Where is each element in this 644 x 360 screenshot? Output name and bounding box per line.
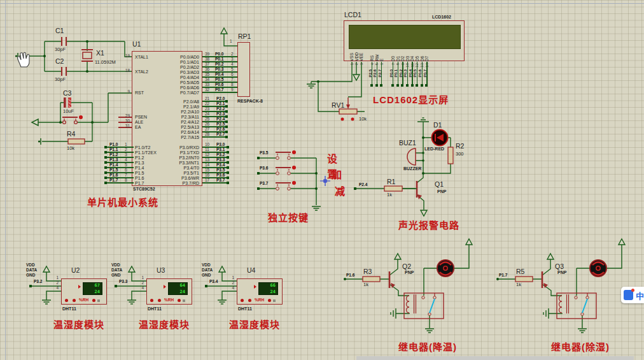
humidity-value: 66 [270, 283, 276, 288]
lcd-pin-column[interactable]: D512P0.5 [415, 38, 420, 89]
net-label: P0.0 [389, 69, 393, 77]
rp1-ref[interactable]: RP1 [238, 33, 251, 41]
relay-circuit-labels: P1.6 R3 1k Q2 PNP 继电器(降温) [344, 236, 496, 360]
pin-number: 23 [205, 106, 209, 111]
lcd-pin-column[interactable]: D411P0.4 [410, 38, 415, 89]
lcd-pin-column[interactable]: VEE3 [359, 38, 364, 89]
pin-number: 4 [125, 157, 127, 162]
net-label: P0.2 [215, 62, 223, 66]
net-label: P3.5 [216, 168, 225, 172]
dht-ref[interactable]: U4 [247, 266, 255, 274]
mcu-wiring[interactable] [19, 40, 132, 141]
pin-name: P0.6/AD6 [180, 85, 199, 90]
r2-ref[interactable]: R2 [456, 143, 464, 150]
led-d1[interactable] [432, 130, 448, 146]
relay-caption: 继电器(除湿) [551, 340, 610, 353]
buz1-part: BUZZER [403, 166, 421, 171]
pin-number: 13 [205, 157, 209, 162]
chip-u1[interactable]: 19XTAL1 18XTAL2 9RST 29PSEN30ALE31EA P1.… [132, 51, 202, 186]
rp1-pin1-number: 1 [230, 39, 232, 43]
pin-number: 25 [205, 117, 209, 121]
lcd-pin-column[interactable]: D18P0.1 [396, 38, 401, 89]
pin-number: 9 [117, 89, 130, 94]
pin-number: 18 [117, 68, 130, 73]
rh-label: %RH [164, 298, 174, 302]
keys-caption: 独立按键 [268, 213, 309, 224]
crystal-x1[interactable] [81, 50, 93, 61]
lcd-pin-column[interactable]: D29P0.2 [400, 38, 405, 89]
transistor-ref[interactable]: Q3 [555, 263, 564, 270]
dht11-module[interactable]: U4 VDDDATAGND 124 6624 %RH DHT11 P3.4 温湿… [199, 261, 294, 331]
net-label: P3.7 [216, 178, 225, 182]
capacitor-c1[interactable] [62, 37, 66, 46]
c1-ref[interactable]: C1 [55, 27, 64, 35]
pin-number: 34 [205, 77, 209, 82]
lcd-pin-column[interactable]: RS4P2.5 [370, 38, 375, 89]
pin-name: P0.2/AD2 [180, 65, 199, 69]
lcd-pin-column[interactable]: VDD2 [354, 38, 360, 89]
lcd-pin-column[interactable]: RW5P2.6 [375, 38, 380, 89]
q1-ref[interactable]: Q1 [435, 181, 444, 189]
lcd-pin-column[interactable]: E6P2.7 [379, 38, 384, 89]
resistor-r4[interactable] [68, 139, 85, 144]
lcd-ref[interactable]: LCD1 [344, 11, 361, 19]
buzzer-buz1[interactable] [407, 148, 416, 165]
dht-ref[interactable]: U2 [71, 266, 80, 274]
r4-ref[interactable]: R4 [67, 131, 75, 138]
pin-name: E [379, 59, 384, 61]
ime-indicator[interactable]: 中 [621, 287, 644, 303]
d1-ref[interactable]: D1 [433, 122, 442, 129]
net-label: P1.4 [109, 162, 118, 167]
cursor-arrow-icon [164, 285, 166, 289]
pin-name: P3.6/WR [181, 176, 199, 180]
reset-button[interactable] [62, 115, 83, 124]
pin-number: 28 [205, 132, 209, 136]
rp1-wiring[interactable] [221, 28, 237, 46]
capacitor-c3[interactable] [64, 97, 71, 108]
terminal-pins[interactable] [15, 53, 41, 145]
r1-ref[interactable]: R1 [387, 178, 395, 186]
rp-pin-number: 2 [231, 52, 234, 56]
lcd-pin-column[interactable]: D714P0.7 [424, 38, 430, 89]
pin-number: 14 [205, 162, 209, 167]
key-net-labels[interactable]: P3.5P3.6P3.7 [260, 150, 268, 196]
pin-name: P3.2/INT0 [179, 155, 199, 160]
lcd-pin-column[interactable]: D613P0.6 [420, 38, 425, 89]
lcd-ctrl-pins[interactable]: RS4P2.5RW5P2.6E6P2.7 [370, 38, 384, 89]
rp-pin-number: 9 [231, 87, 234, 92]
pin-name: D6 [420, 56, 424, 61]
push-buttons[interactable] [276, 150, 296, 190]
pin-number: 24 [205, 112, 209, 116]
pin-number: 32 [205, 87, 209, 92]
pin-number: 29 [117, 113, 130, 118]
dht-display: 6424 [168, 282, 188, 295]
dht-ref[interactable]: U3 [157, 266, 165, 274]
dht-caption: 温湿度模块 [53, 317, 104, 331]
transistor-ref[interactable]: Q2 [402, 263, 411, 270]
lcd-pin-column[interactable]: D310P0.3 [405, 38, 410, 89]
c2-ref[interactable]: C2 [55, 58, 64, 66]
lcd-data-pins[interactable]: D07P0.0D18P0.1D29P0.2D310P0.3D411P0.4D51… [391, 38, 430, 89]
dht11-module[interactable]: U3 VDDDATAGND 124 6424 %RH DHT11 P3.3 温湿… [108, 261, 204, 331]
c3-ref[interactable]: C3 [63, 90, 71, 97]
respack-rp1[interactable] [237, 42, 250, 97]
lcd-pin-column[interactable]: VSS1 [349, 38, 354, 89]
lcd-power-pins[interactable]: VSS1VDD2VEE3 [349, 38, 364, 89]
lcd-pin-column[interactable]: D07P0.0 [391, 38, 396, 89]
transistor-q1[interactable] [402, 181, 422, 199]
capacitor-c2[interactable] [62, 67, 66, 76]
resistor-ref[interactable]: R3 [363, 268, 372, 275]
schematic-canvas[interactable]: C1 30pF C2 30pF X1 11.0592M C3 10uF R4 1… [0, 0, 644, 360]
resistor-r1[interactable] [384, 186, 402, 191]
ime-dict-icon[interactable] [624, 290, 633, 300]
pin-number: 19 [117, 54, 130, 58]
resistor-ref[interactable]: R5 [516, 268, 524, 275]
resistor-r2[interactable] [448, 147, 453, 164]
buz1-ref[interactable]: BUZ1 [399, 140, 416, 147]
alarm-wiring[interactable] [354, 118, 451, 216]
u1-ref[interactable]: U1 [132, 41, 141, 48]
dht11-module[interactable]: U2 VDDDATAGND 124 6724 %RH DHT11 P3.2 温湿… [23, 261, 118, 331]
pin-number: 16 [205, 173, 209, 177]
rv1-ref[interactable]: RV1 [332, 102, 344, 110]
x1-ref[interactable]: X1 [96, 50, 104, 57]
